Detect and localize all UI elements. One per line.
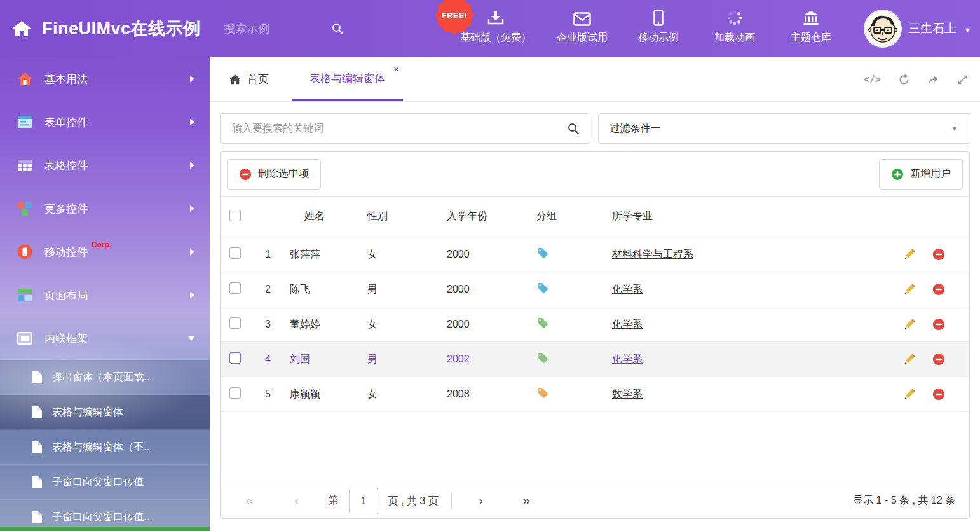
sidebar-item-table-controls[interactable]: 表格控件 — [0, 144, 210, 187]
search-icon[interactable] — [567, 122, 580, 135]
column-header-name: 姓名 — [284, 210, 364, 223]
add-user-button[interactable]: 新增用户 — [879, 159, 963, 190]
home-icon — [229, 74, 242, 85]
chevron-down-icon: ▼ — [964, 24, 971, 34]
nav-basic-free[interactable]: 基础版（免费） — [460, 8, 531, 45]
major-link[interactable]: 数学系 — [612, 389, 643, 399]
table-row[interactable]: 1 张萍萍 女 2000 材料科学与工程系 — [221, 237, 969, 272]
sidebar-item-basic-usage[interactable]: 基本用法 — [0, 57, 210, 100]
edit-icon[interactable] — [903, 388, 916, 401]
cell-gender: 女 — [364, 318, 443, 331]
user-name: 三生石上 — [908, 20, 956, 37]
table-row[interactable]: 5 康颖颖 女 2008 数学系 — [221, 377, 969, 412]
prev-page-button[interactable]: ‹ — [294, 494, 299, 508]
table-icon — [17, 157, 34, 174]
home-icon — [17, 71, 34, 87]
tag-icon — [536, 317, 549, 329]
major-link[interactable]: 材料科学与工程系 — [612, 249, 693, 259]
delete-icon[interactable] — [932, 248, 945, 261]
avatar[interactable] — [865, 11, 901, 46]
source-code-icon[interactable]: </> — [864, 74, 881, 85]
cell-name: 康颖颖 — [284, 388, 364, 401]
plus-circle-icon — [891, 168, 904, 181]
edit-icon[interactable] — [903, 248, 916, 261]
nav-label: 加载动画 — [714, 31, 755, 45]
nav-loading-animation[interactable]: 加载动画 — [709, 8, 760, 45]
row-checkbox[interactable] — [229, 317, 241, 329]
close-icon[interactable]: × — [393, 64, 399, 74]
filter-dropdown[interactable]: 过滤条件一 ▼ — [598, 113, 971, 144]
file-icon — [32, 476, 43, 489]
bank-icon — [803, 8, 819, 26]
tab-home[interactable]: 首页 — [220, 57, 278, 101]
tag-icon — [536, 387, 549, 399]
nav-enterprise-trial[interactable]: 企业版试用 — [557, 8, 608, 45]
major-link[interactable]: 化学系 — [612, 284, 643, 294]
nav-label: 基础版（免费） — [460, 31, 531, 45]
blocks-icon — [17, 200, 34, 217]
delete-icon[interactable] — [932, 388, 945, 401]
filter-row: 过滤条件一 ▼ — [220, 113, 970, 144]
sidebar-item-more-controls[interactable]: 更多控件 — [0, 187, 210, 230]
sidebar-subitem-child-to-parent[interactable]: 子窗口向父窗口传值 — [0, 465, 210, 500]
delete-icon[interactable] — [932, 318, 945, 331]
refresh-icon[interactable] — [898, 74, 910, 86]
keyword-search-input[interactable] — [231, 122, 567, 135]
row-checkbox[interactable] — [229, 247, 241, 259]
file-icon — [32, 406, 43, 419]
last-page-button[interactable]: » — [522, 494, 530, 508]
nav-theme-repo[interactable]: 主题仓库 — [786, 8, 836, 45]
edit-icon[interactable] — [903, 353, 916, 366]
major-link[interactable]: 化学系 — [612, 354, 643, 364]
search-icon[interactable] — [331, 22, 344, 35]
sidebar-item-mobile-controls[interactable]: 移动控件 Corp. — [0, 230, 210, 273]
layout-icon — [17, 287, 34, 303]
chevron-down-icon — [188, 336, 194, 341]
row-number: 2 — [256, 284, 284, 295]
table-header-row: 姓名 性别 入学年份 分组 所学专业 — [221, 197, 969, 237]
edit-icon[interactable] — [903, 318, 916, 331]
delete-icon[interactable] — [932, 283, 945, 296]
sidebar-item-form-controls[interactable]: 表单控件 — [0, 100, 210, 144]
column-header-group: 分组 — [535, 210, 608, 223]
row-checkbox[interactable] — [229, 387, 241, 399]
sidebar-item-page-layout[interactable]: 页面布局 — [0, 273, 210, 317]
nav-mobile-demo[interactable]: 移动示例 — [633, 8, 684, 45]
tag-icon — [536, 282, 549, 294]
user-menu[interactable]: 三生石上 ▼ — [865, 0, 971, 57]
row-checkbox[interactable] — [229, 282, 241, 294]
share-icon[interactable] — [927, 74, 939, 86]
select-all-checkbox[interactable] — [229, 210, 241, 221]
logo-area: FineUIMvc在线示例 — [0, 17, 216, 40]
major-link[interactable]: 化学系 — [612, 319, 643, 329]
sidebar-item-inline-frame[interactable]: 内联框架 — [0, 317, 210, 360]
sidebar-subitem-grid-edit-window-2[interactable]: 表格与编辑窗体（不... — [0, 430, 210, 465]
table-row[interactable]: 2 陈飞 男 2000 化学系 — [221, 272, 969, 307]
expand-icon[interactable] — [956, 74, 969, 86]
sidebar-subitem-grid-edit-window[interactable]: 表格与编辑窗体 — [0, 395, 210, 430]
app-title: FineUIMvc在线示例 — [42, 17, 201, 40]
header-search — [222, 22, 359, 36]
next-page-button[interactable]: › — [479, 494, 483, 508]
delete-selected-button[interactable]: 删除选中项 — [227, 159, 321, 190]
delete-icon[interactable] — [932, 353, 945, 366]
header-search-input[interactable] — [222, 22, 323, 36]
page-number-input[interactable] — [349, 488, 378, 514]
tab-grid-edit-window[interactable]: 表格与编辑窗体 × — [292, 57, 403, 101]
sidebar-subitem-popup-window[interactable]: 弹出窗体（本页面或... — [0, 360, 210, 395]
edit-icon[interactable] — [903, 283, 916, 296]
first-page-button[interactable]: « — [246, 494, 254, 508]
grid-toolbar: 删除选中项 新增用户 — [221, 152, 969, 197]
row-number: 3 — [256, 319, 284, 330]
nav-label: 移动示例 — [638, 31, 679, 45]
table-row[interactable]: 3 董婷婷 女 2000 化学系 — [221, 307, 969, 342]
column-header-year: 入学年份 — [443, 210, 535, 223]
file-icon — [32, 441, 43, 454]
chevron-right-icon — [190, 76, 194, 82]
table-row-selected[interactable]: 4 刘国 男 2002 化学系 — [221, 342, 969, 377]
row-checkbox[interactable] — [229, 352, 241, 364]
envelope-icon — [573, 8, 591, 26]
row-number: 4 — [256, 354, 284, 365]
chevron-right-icon — [190, 119, 194, 125]
home-logo-icon[interactable] — [11, 20, 32, 38]
